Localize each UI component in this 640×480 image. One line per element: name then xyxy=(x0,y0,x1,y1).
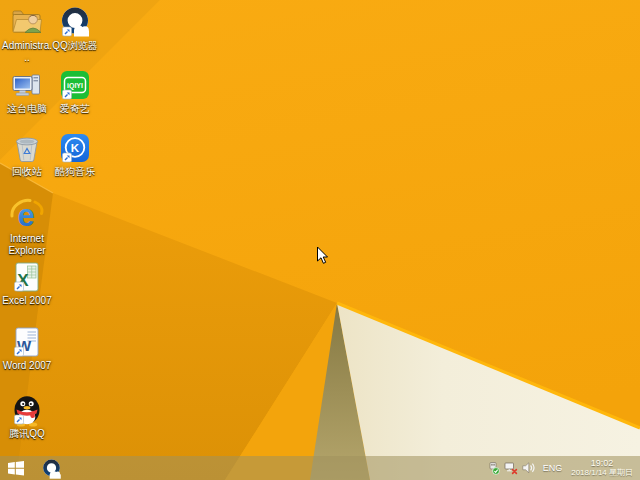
tray-clock[interactable]: 19:02 2018/1/14 星期日 xyxy=(571,458,635,477)
desktop[interactable]: Administra... 这台电脑 回收站 xyxy=(0,0,640,480)
shortcut-arrow-icon xyxy=(15,347,24,356)
system-tray: ENG 19:02 2018/1/14 星期日 xyxy=(487,456,640,480)
volume-icon[interactable] xyxy=(522,461,535,475)
word-icon: W xyxy=(10,325,44,359)
desktop-icon-label: 腾讯QQ xyxy=(9,428,45,440)
shortcut-arrow-icon xyxy=(63,153,72,162)
taskbar-pinned-qq-browser[interactable] xyxy=(36,456,66,480)
desktop-icon-iqiyi[interactable]: iQIYI 爱奇艺 xyxy=(49,68,101,115)
desktop-icon-qq-browser[interactable]: QQ浏览器 xyxy=(49,5,101,52)
windows-start-icon xyxy=(8,461,24,476)
desktop-icon-excel-2007[interactable]: X Excel 2007 xyxy=(1,260,53,307)
desktop-icon-recycle-bin[interactable]: 回收站 xyxy=(1,131,53,178)
desktop-icon-label: 这台电脑 xyxy=(7,103,47,115)
this-pc-icon xyxy=(10,68,44,102)
svg-text:iQIYI: iQIYI xyxy=(67,82,83,90)
desktop-icon-administrator[interactable]: Administra... xyxy=(1,5,53,64)
desktop-icon-label: 酷狗音乐 xyxy=(55,166,95,178)
svg-text:K: K xyxy=(71,142,80,154)
desktop-icon-label: Excel 2007 xyxy=(2,295,51,307)
desktop-icon-label: QQ浏览器 xyxy=(52,40,98,52)
kugou-music-icon: K xyxy=(58,131,92,165)
user-folder-icon xyxy=(10,5,44,39)
shortcut-arrow-icon xyxy=(63,90,72,99)
desktop-icon-label: Administra... xyxy=(1,40,53,64)
desktop-icon-label: Internet Explorer xyxy=(1,233,53,257)
desktop-icon-tencent-qq[interactable]: 腾讯QQ xyxy=(1,393,53,440)
recycle-bin-icon xyxy=(10,131,44,165)
shortcut-arrow-icon xyxy=(63,27,72,36)
network-disconnected-icon[interactable] xyxy=(504,461,518,475)
desktop-icon-kugou-music[interactable]: K 酷狗音乐 xyxy=(49,131,101,178)
desktop-icon-label: 爱奇艺 xyxy=(60,103,90,115)
start-button[interactable] xyxy=(0,456,32,480)
iqiyi-icon: iQIYI xyxy=(58,68,92,102)
usb-safely-remove-icon[interactable] xyxy=(487,461,500,475)
excel-icon: X xyxy=(10,260,44,294)
desktop-icon-this-pc[interactable]: 这台电脑 xyxy=(1,68,53,115)
desktop-icon-internet-explorer[interactable]: e Internet Explorer xyxy=(1,196,53,257)
desktop-icon-label: Word 2007 xyxy=(3,360,52,372)
tencent-qq-icon xyxy=(10,393,44,427)
internet-explorer-icon: e xyxy=(10,196,44,232)
desktop-icon-label: 回收站 xyxy=(12,166,42,178)
mouse-cursor-icon xyxy=(316,246,329,265)
shortcut-arrow-icon xyxy=(15,282,24,291)
desktop-icon-word-2007[interactable]: W Word 2007 xyxy=(1,325,53,372)
tray-date: 2018/1/14 星期日 xyxy=(571,469,633,478)
qq-browser-icon xyxy=(41,458,62,479)
taskbar: ENG 19:02 2018/1/14 星期日 xyxy=(0,456,640,480)
language-indicator[interactable]: ENG xyxy=(543,463,563,473)
shortcut-arrow-icon xyxy=(15,415,24,424)
qq-browser-icon xyxy=(58,5,92,39)
